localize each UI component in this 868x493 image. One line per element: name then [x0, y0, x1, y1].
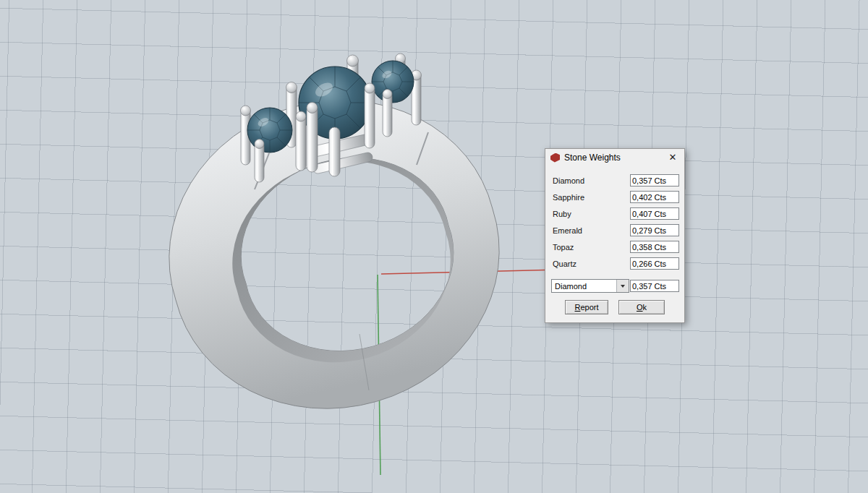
table-row: Ruby: [553, 205, 679, 222]
stone-weights-dialog-icon: [550, 153, 560, 163]
cad-viewport[interactable]: Stone Weights ✕ Diamond Sapphire Ruby Em…: [0, 0, 868, 493]
selected-stone-weight-field[interactable]: [630, 280, 679, 292]
quartz-weight-field[interactable]: [630, 257, 679, 270]
stone-label-sapphire: Sapphire: [553, 193, 584, 202]
table-row: Sapphire: [553, 189, 679, 205]
stone-selector-row: Diamond: [545, 279, 684, 293]
stone-label-ruby: Ruby: [553, 210, 571, 218]
dialog-buttons: Report Ok: [545, 300, 684, 314]
dialog-titlebar[interactable]: Stone Weights ✕: [545, 149, 684, 166]
table-row: Emerald: [553, 222, 679, 239]
ok-button[interactable]: Ok: [618, 300, 665, 314]
ruby-weight-field[interactable]: [630, 207, 679, 220]
stone-label-emerald: Emerald: [553, 226, 582, 235]
chevron-down-icon[interactable]: [616, 280, 629, 292]
stone-label-diamond: Diamond: [553, 176, 584, 185]
stone-label-quartz: Quartz: [553, 260, 576, 268]
dialog-title: Stone Weights: [564, 153, 621, 163]
topaz-weight-field[interactable]: [630, 241, 679, 253]
emerald-weight-field[interactable]: [630, 224, 679, 236]
stone-select-value: Diamond: [555, 282, 587, 291]
sapphire-weight-field[interactable]: [630, 191, 679, 203]
stone-label-topaz: Topaz: [553, 243, 574, 252]
close-icon[interactable]: ✕: [665, 150, 680, 165]
gem-right-sapphire: [372, 61, 414, 103]
table-row: Quartz: [553, 255, 679, 272]
ring-3d-model: [0, 0, 868, 493]
stone-weight-rows: Diamond Sapphire Ruby Emerald Topaz Quar…: [545, 172, 684, 272]
table-row: Topaz: [553, 239, 679, 255]
stone-weights-dialog: Stone Weights ✕ Diamond Sapphire Ruby Em…: [545, 148, 685, 323]
report-button[interactable]: Report: [565, 300, 608, 314]
diamond-weight-field[interactable]: [630, 174, 679, 187]
table-row: Diamond: [553, 172, 679, 189]
gem-left-sapphire: [247, 108, 292, 153]
stone-select[interactable]: Diamond: [551, 279, 629, 293]
